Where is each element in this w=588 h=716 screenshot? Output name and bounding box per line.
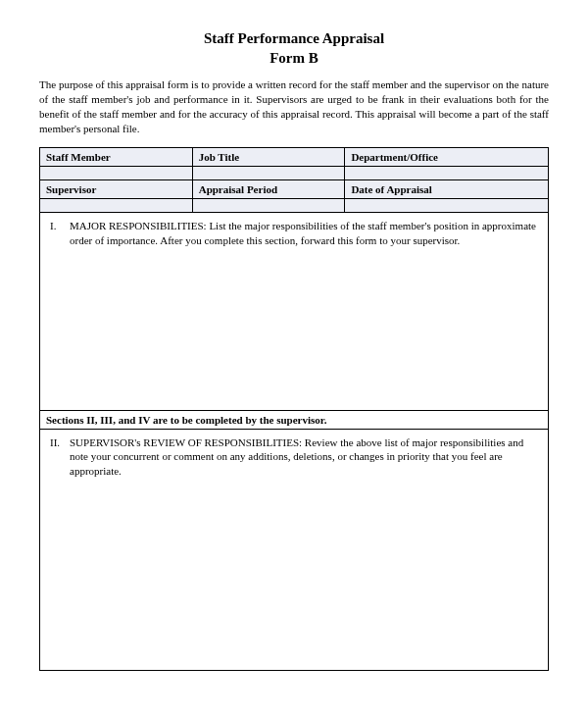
- field-job-title[interactable]: [192, 167, 345, 180]
- field-supervisor[interactable]: [40, 199, 193, 213]
- section-1-roman: I.: [50, 219, 64, 247]
- section-1-text: MAJOR RESPONSIBILITIES: List the major r…: [70, 219, 538, 247]
- label-date-of-appraisal: Date of Appraisal: [345, 180, 549, 199]
- divider-row: Sections II, III, and IV are to be compl…: [40, 410, 549, 429]
- header-row-1: Staff Member Job Title Department/Office: [40, 148, 549, 167]
- form-title-line1: Staff Performance Appraisal: [39, 29, 549, 49]
- section-2-label: II. SUPERVISOR's REVIEW OF RESPONSIBILIT…: [50, 435, 538, 478]
- input-row-1[interactable]: [40, 167, 549, 180]
- section-2-row: II. SUPERVISOR's REVIEW OF RESPONSIBILIT…: [40, 429, 549, 670]
- input-row-2[interactable]: [40, 199, 549, 213]
- section-1-cell: I. MAJOR RESPONSIBILITIES: List the majo…: [40, 213, 549, 411]
- section-2-cell: II. SUPERVISOR's REVIEW OF RESPONSIBILIT…: [40, 429, 549, 670]
- section-1-label: I. MAJOR RESPONSIBILITIES: List the majo…: [50, 219, 538, 247]
- section-2-input-area[interactable]: [50, 478, 538, 664]
- header-row-2: Supervisor Appraisal Period Date of Appr…: [40, 180, 549, 199]
- field-staff-member[interactable]: [40, 167, 193, 180]
- label-appraisal-period: Appraisal Period: [192, 180, 345, 199]
- form-title-block: Staff Performance Appraisal Form B: [39, 29, 549, 68]
- divider-text: Sections II, III, and IV are to be compl…: [40, 410, 549, 429]
- label-staff-member: Staff Member: [40, 148, 193, 167]
- label-supervisor: Supervisor: [40, 180, 193, 199]
- label-job-title: Job Title: [192, 148, 345, 167]
- field-department-office[interactable]: [345, 167, 549, 180]
- label-department-office: Department/Office: [345, 148, 549, 167]
- section-1-row: I. MAJOR RESPONSIBILITIES: List the majo…: [40, 213, 549, 411]
- section-2-roman: II.: [50, 435, 64, 478]
- section-1-input-area[interactable]: [50, 247, 538, 404]
- section-2-text: SUPERVISOR's REVIEW OF RESPONSIBILITIES:…: [70, 435, 538, 478]
- form-title-line2: Form B: [39, 49, 549, 69]
- field-date-of-appraisal[interactable]: [345, 199, 549, 213]
- field-appraisal-period[interactable]: [192, 199, 345, 213]
- appraisal-table: Staff Member Job Title Department/Office…: [39, 147, 549, 670]
- intro-paragraph: The purpose of this appraisal form is to…: [39, 77, 549, 135]
